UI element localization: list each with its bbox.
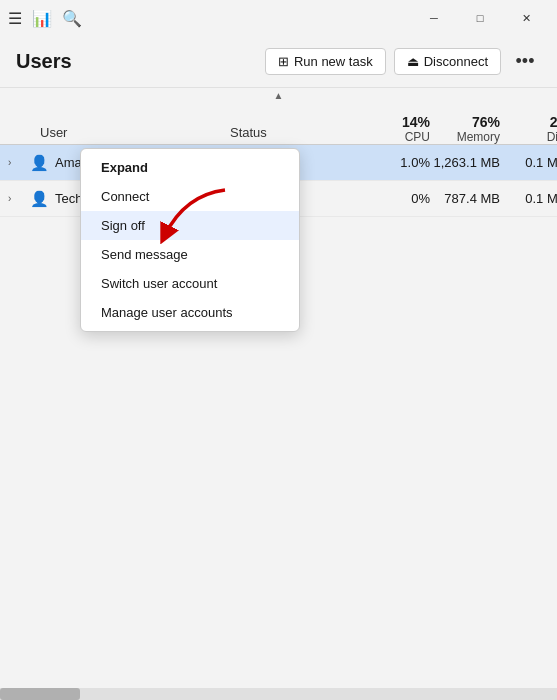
user-icon: 👤 xyxy=(30,154,49,172)
maximize-button[interactable]: □ xyxy=(457,0,503,36)
hamburger-icon[interactable]: ☰ xyxy=(8,9,22,28)
run-new-task-button[interactable]: ⊞ Run new task xyxy=(265,48,386,75)
title-bar: ☰ 📊 🔍 ─ □ ✕ xyxy=(0,0,557,36)
expand-arrow-icon: › xyxy=(8,157,24,168)
context-menu-item-expand[interactable]: Expand xyxy=(81,153,299,182)
close-button[interactable]: ✕ xyxy=(503,0,549,36)
disconnect-icon: ⏏ xyxy=(407,54,419,69)
cpu-val-amarnath: 1.0% xyxy=(360,155,430,170)
header-metrics: 14% CPU 76% Memory 2% Disk xyxy=(360,114,557,144)
header-memory: 76% Memory xyxy=(430,114,500,144)
search-icon[interactable]: 🔍 xyxy=(62,9,82,28)
user-icon: 👤 xyxy=(30,190,49,208)
context-menu-item-sign-off[interactable]: Sign off xyxy=(81,211,299,240)
context-menu-item-send-message[interactable]: Send message xyxy=(81,240,299,269)
cell-metrics-techviral: 0% 787.4 MB 0.1 MB/ xyxy=(360,191,557,206)
cpu-pct: 14% xyxy=(402,114,430,130)
header-disk: 2% Disk xyxy=(500,114,557,144)
cpu-val-techviral: 0% xyxy=(360,191,430,206)
minimize-button[interactable]: ─ xyxy=(411,0,457,36)
toolbar-actions: ⊞ Run new task ⏏ Disconnect ••• xyxy=(265,46,541,78)
memory-val-amarnath: 1,263.1 MB xyxy=(430,155,500,170)
disconnect-button[interactable]: ⏏ Disconnect xyxy=(394,48,501,75)
context-menu-item-manage-user-accounts[interactable]: Manage user accounts xyxy=(81,298,299,327)
cpu-label: CPU xyxy=(405,130,430,144)
title-bar-left: ☰ 📊 🔍 xyxy=(8,9,82,28)
toolbar: Users ⊞ Run new task ⏏ Disconnect ••• xyxy=(0,36,557,88)
scroll-indicator: ▲ xyxy=(0,88,557,103)
page-title: Users xyxy=(16,50,72,73)
context-menu-item-connect[interactable]: Connect xyxy=(81,182,299,211)
context-menu-item-switch-user-account[interactable]: Switch user account xyxy=(81,269,299,298)
run-new-task-icon: ⊞ xyxy=(278,54,289,69)
title-bar-controls: ─ □ ✕ xyxy=(411,0,549,36)
memory-pct: 76% xyxy=(472,114,500,130)
header-user: User xyxy=(0,125,230,144)
scrollbar-thumb[interactable] xyxy=(0,688,80,700)
run-new-task-label: Run new task xyxy=(294,54,373,69)
chart-icon[interactable]: 📊 xyxy=(32,9,52,28)
memory-val-techviral: 787.4 MB xyxy=(430,191,500,206)
disk-pct: 2% xyxy=(550,114,557,130)
more-options-button[interactable]: ••• xyxy=(509,46,541,78)
disconnect-label: Disconnect xyxy=(424,54,488,69)
cell-metrics-amarnath: 1.0% 1,263.1 MB 0.1 MB/ xyxy=(360,155,557,170)
bottom-scrollbar[interactable] xyxy=(0,688,557,700)
disk-val-techviral: 0.1 MB/ xyxy=(500,191,557,206)
disk-val-amarnath: 0.1 MB/ xyxy=(500,155,557,170)
scroll-up-arrow: ▲ xyxy=(274,90,284,101)
header-status: Status xyxy=(230,125,360,144)
context-menu: ExpandConnectSign offSend messageSwitch … xyxy=(80,148,300,332)
expand-arrow-icon: › xyxy=(8,193,24,204)
memory-label: Memory xyxy=(457,130,500,144)
header-cpu: 14% CPU xyxy=(360,114,430,144)
table-header-row: User Status 14% CPU 76% Memory 2% Disk xyxy=(0,103,557,145)
disk-label: Disk xyxy=(547,130,557,144)
